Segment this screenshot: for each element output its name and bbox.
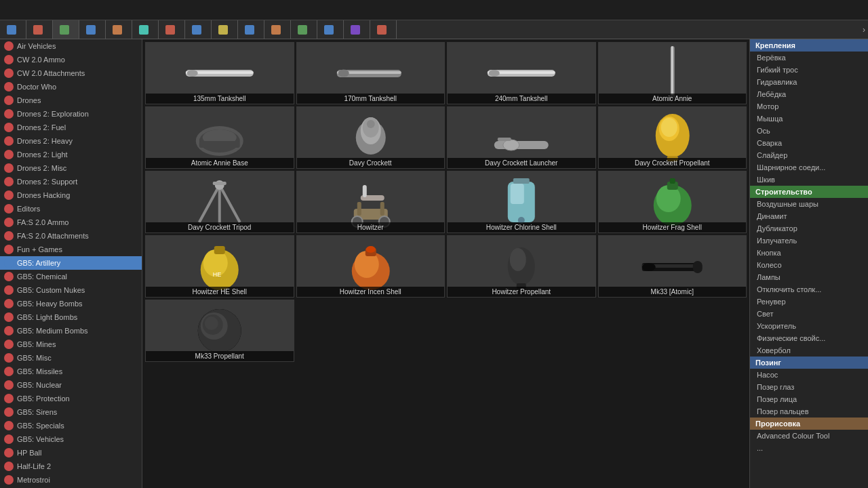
grid-item-howitzer-he-shell[interactable]: HE Howitzer HE Shell bbox=[145, 235, 294, 298]
list-item-half-life-2[interactable]: Half-Life 2 bbox=[0, 460, 142, 473]
tab-v1base[interactable] bbox=[185, 20, 212, 39]
list-item-gb5--chemical[interactable]: GB5: Chemical bbox=[0, 270, 142, 283]
list-item-gb5--medium-bombs[interactable]: GB5: Medium Bombs bbox=[0, 324, 142, 338]
list-item-doctor-who[interactable]: Doctor Who bbox=[0, 80, 142, 94]
right-item------[interactable]: Мотор bbox=[750, 100, 868, 113]
list-item-gb5--nuclear[interactable]: GB5: Nuclear bbox=[0, 378, 142, 392]
right-item--------[interactable]: Ренувер bbox=[750, 296, 868, 308]
right-item-----------[interactable]: Позер лица bbox=[750, 393, 868, 405]
right-item-------------------[interactable]: Шарнирное соеди... bbox=[750, 161, 868, 174]
tab-npc[interactable] bbox=[79, 20, 106, 39]
entity-list-scroll[interactable]: Air VehiclesCW 2.0 AmmoCW 2.0 Attachment… bbox=[0, 39, 142, 488]
grid-item-135mm-tankshell[interactable]: 135mm Tankshell bbox=[145, 42, 294, 104]
tab-оружие[interactable] bbox=[26, 20, 53, 39]
list-item-gb5--misc[interactable]: GB5: Misc bbox=[0, 351, 142, 365]
list-item-fa-s-2-0-attachments[interactable]: FA:S 2.0 Attachments bbox=[0, 229, 142, 243]
list-item-gb5--missiles[interactable]: GB5: Missiles bbox=[0, 365, 142, 378]
right-item-----------[interactable]: Позер глаз bbox=[750, 381, 868, 393]
grid-item-davy-crockett-launcher[interactable]: Davy Crockett Launcher bbox=[447, 106, 596, 169]
right-item-------[interactable]: Колесо bbox=[750, 259, 868, 271]
list-item-gb5--vehicles[interactable]: GB5: Vehicles bbox=[0, 432, 142, 446]
list-item-drones-2--exploration[interactable]: Drones 2: Exploration bbox=[0, 107, 142, 121]
tab-списки-объектов[interactable] bbox=[0, 20, 26, 39]
right-item-----------[interactable]: Дубликатор bbox=[750, 222, 868, 235]
right-item-----------[interactable]: Ускоритель bbox=[750, 320, 868, 332]
grid-item-davy-crockett-propellant[interactable]: Davy Crockett Propellant bbox=[598, 106, 747, 169]
list-item-metrostroi[interactable]: Metrostroi bbox=[0, 473, 142, 487]
grid-item-howitzer-incen-shell[interactable]: Howitzer Incen Shell bbox=[296, 235, 446, 298]
tab-scars[interactable] bbox=[106, 20, 132, 39]
tab-icon-энтити bbox=[60, 25, 69, 35]
right-item----[interactable]: Ось bbox=[750, 125, 868, 137]
tab-pills[interactable] bbox=[159, 20, 185, 39]
right-item-----------[interactable]: Гидравлика bbox=[750, 76, 868, 88]
right-item-----------[interactable]: Излучатель bbox=[750, 235, 868, 247]
grid-item-atomic-annie-base[interactable]: Atomic Annie Base bbox=[145, 106, 294, 169]
right-item---------[interactable]: Ховербол bbox=[750, 344, 868, 357]
tab-drvrej[interactable] bbox=[291, 20, 317, 39]
tab-инструменты[interactable] bbox=[264, 20, 291, 39]
list-item-gb5--protection[interactable]: GB5: Protection bbox=[0, 392, 142, 405]
list-item-air-vehicles[interactable]: Air Vehicles bbox=[0, 39, 142, 53]
list-item-gb5--heavy-bombs[interactable]: GB5: Heavy Bombs bbox=[0, 297, 142, 310]
right-item-------[interactable]: Кнопка bbox=[750, 247, 868, 259]
right-item-------------------[interactable]: Отключить столк... bbox=[750, 283, 868, 296]
list-item-drones-2--support[interactable]: Drones 2: Support bbox=[0, 175, 142, 188]
tab-утили[interactable] bbox=[370, 20, 397, 39]
right-item------[interactable]: Насос bbox=[750, 369, 868, 381]
list-item-gb5--light-bombs[interactable]: GB5: Light Bombs bbox=[0, 310, 142, 324]
list-item-fun---games[interactable]: Fun + Games bbox=[0, 243, 142, 256]
tab-postprocessing[interactable] bbox=[344, 20, 370, 39]
right-item------[interactable]: Мышца bbox=[750, 113, 868, 125]
grid-item-davy-crockett[interactable]: Davy Crockett bbox=[296, 106, 446, 169]
tab-постобработка[interactable] bbox=[212, 20, 238, 39]
right-item-------[interactable]: Сварка bbox=[750, 137, 868, 149]
list-item-label: Metrostroi bbox=[17, 476, 50, 484]
right-item----[interactable]: ... bbox=[750, 442, 868, 454]
tab-options[interactable] bbox=[317, 20, 344, 39]
list-item-drones-2--light[interactable]: Drones 2: Light bbox=[0, 148, 142, 161]
right-item---------------[interactable]: Воздушные шары bbox=[750, 198, 868, 210]
tab-энтити[interactable] bbox=[53, 20, 79, 39]
grid-scroll-area[interactable]: 135mm Tankshell 170mm Tankshell 240mm Ta… bbox=[142, 39, 749, 488]
list-item-fa-s-2-0-ammo[interactable]: FA:S 2.0 Ammo bbox=[0, 216, 142, 229]
tab-транспорт[interactable] bbox=[132, 20, 159, 39]
right-item--------[interactable]: Верёвка bbox=[750, 52, 868, 64]
grid-item-170mm-tankshell[interactable]: 170mm Tankshell bbox=[296, 42, 446, 104]
list-item-drones-2--fuel[interactable]: Drones 2: Fuel bbox=[0, 121, 142, 134]
list-item-drones-hacking[interactable]: Drones Hacking bbox=[0, 188, 142, 202]
list-item-hp-ball[interactable]: HP Ball bbox=[0, 446, 142, 460]
right-item--------[interactable]: Динамит bbox=[750, 210, 868, 222]
right-item--------[interactable]: Слайдер bbox=[750, 149, 868, 161]
grid-item-atomic-annie[interactable]: Atomic Annie bbox=[598, 42, 747, 104]
list-item-drones[interactable]: Drones bbox=[0, 94, 142, 107]
list-item-gb5--mines[interactable]: GB5: Mines bbox=[0, 338, 142, 351]
grid-item-davy-crockett-tripod[interactable]: Davy Crockett Tripod bbox=[145, 171, 294, 233]
grid-item-mk33-propellant[interactable]: Mk33 Propellant bbox=[145, 300, 294, 362]
tab-scroll-arrow[interactable]: › bbox=[860, 20, 868, 39]
list-item-gb5--custom-nukes[interactable]: GB5: Custom Nukes bbox=[0, 283, 142, 297]
grid-item-howitzer-propellant[interactable]: Howitzer Propellant bbox=[447, 235, 596, 298]
right-item--------------[interactable]: Позер пальцев bbox=[750, 405, 868, 418]
list-item-editors[interactable]: Editors bbox=[0, 202, 142, 216]
grid-item-howitzer[interactable]: Howitzer bbox=[296, 171, 446, 233]
grid-item-240mm-tankshell[interactable]: 240mm Tankshell bbox=[447, 42, 596, 104]
list-item-gb5--artillery[interactable]: GB5: Artillery bbox=[0, 256, 142, 270]
right-item-----[interactable]: Свет bbox=[750, 308, 868, 320]
right-item--------[interactable]: Лебёдка bbox=[750, 88, 868, 100]
right-item-advanced-colour-tool[interactable]: Advanced Colour Tool bbox=[750, 430, 868, 442]
right-item-----[interactable]: Шкив bbox=[750, 174, 868, 186]
grid-item-howitzer-frag-shell[interactable]: Howitzer Frag Shell bbox=[598, 171, 747, 233]
list-item-gb5--sirens[interactable]: GB5: Sirens bbox=[0, 405, 142, 419]
list-item-drones-2--misc[interactable]: Drones 2: Misc bbox=[0, 161, 142, 175]
list-item-cw-2-0-attachments[interactable]: CW 2.0 Attachments bbox=[0, 66, 142, 80]
right-item--------------------[interactable]: Физические свойс... bbox=[750, 332, 868, 344]
grid-item-howitzer-chlorine-shell[interactable]: Howitzer Chlorine Shell bbox=[447, 171, 596, 233]
right-item------------[interactable]: Гибкий трос bbox=[750, 64, 868, 76]
list-item-cw-2-0-ammo[interactable]: CW 2.0 Ammo bbox=[0, 53, 142, 66]
list-item-drones-2--heavy[interactable]: Drones 2: Heavy bbox=[0, 134, 142, 148]
grid-item-mk33--atomic-[interactable]: Mk33 [Atomic] bbox=[598, 235, 747, 298]
tab-сохранения[interactable] bbox=[238, 20, 264, 39]
list-item-gb5--specials[interactable]: GB5: Specials bbox=[0, 419, 142, 432]
right-item------[interactable]: Лампы bbox=[750, 271, 868, 283]
